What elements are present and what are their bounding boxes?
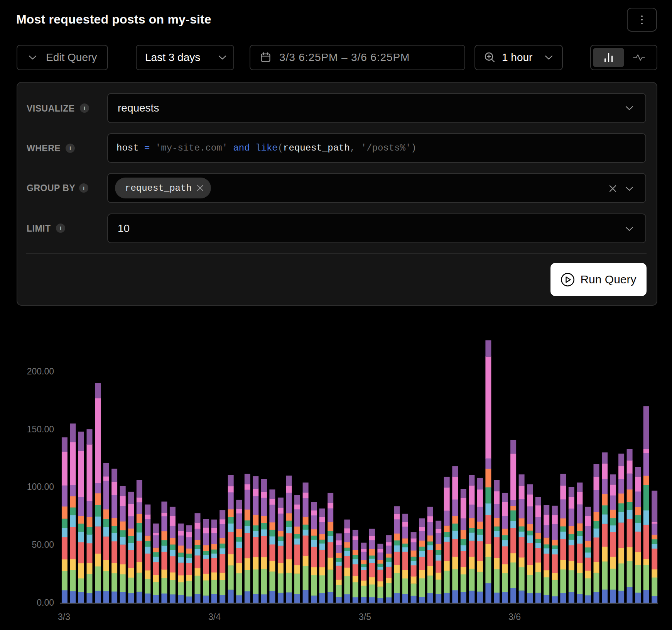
svg-text:3/5: 3/5	[359, 612, 371, 622]
svg-text:3/6: 3/6	[508, 612, 521, 622]
svg-text:100.00: 100.00	[27, 482, 54, 492]
svg-text:150.00: 150.00	[27, 424, 54, 434]
svg-text:3/3: 3/3	[58, 612, 70, 622]
svg-text:200.00: 200.00	[27, 366, 54, 376]
svg-text:3/4: 3/4	[208, 612, 221, 622]
svg-text:50.00: 50.00	[32, 540, 54, 550]
svg-text:0.00: 0.00	[37, 598, 54, 608]
